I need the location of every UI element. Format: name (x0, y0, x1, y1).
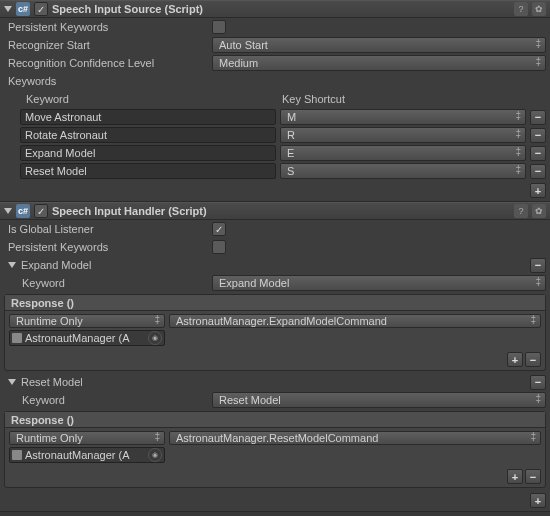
help-icon[interactable]: ? (514, 2, 528, 16)
remove-section-button[interactable]: − (530, 375, 546, 390)
shortcut-dropdown[interactable]: E (280, 145, 526, 161)
object-picker-icon[interactable]: ◉ (148, 448, 162, 462)
component-header[interactable]: c# ✓ Speech Input Source (Script) ? ✿ (0, 0, 550, 18)
gameobject-icon (12, 333, 22, 343)
target-object-field[interactable]: AstronautManager (A ◉ (9, 447, 165, 463)
persistent-keywords-checkbox[interactable] (212, 240, 226, 254)
keyword-row: Reset Model S − (0, 162, 550, 180)
field-label: Keyword (8, 394, 208, 406)
remove-button[interactable]: − (530, 146, 546, 161)
global-listener-row: Is Global Listener ✓ (0, 220, 550, 238)
keywords-footer: + (0, 180, 550, 201)
keyword-row: Rotate Astronaut R − (0, 126, 550, 144)
component-header[interactable]: c# ✓ Speech Input Handler (Script) ? ✿ (0, 202, 550, 220)
speech-input-source-component: c# ✓ Speech Input Source (Script) ? ✿ Pe… (0, 0, 550, 202)
handler-footer: + (0, 490, 550, 511)
keywords-label-row: Keywords (0, 72, 550, 90)
shortcut-dropdown[interactable]: R (280, 127, 526, 143)
settings-icon[interactable]: ✿ (532, 2, 546, 16)
keywords-column-headers: Keyword Key Shortcut (0, 90, 550, 108)
shortcut-dropdown[interactable]: S (280, 163, 526, 179)
section-keyword-row: Keyword Reset Model (0, 391, 550, 409)
field-label: Keyword (8, 277, 208, 289)
callstate-dropdown[interactable]: Runtime Only (9, 431, 165, 445)
keyword-row: Move Astronaut M − (0, 108, 550, 126)
field-label: Persistent Keywords (8, 241, 208, 253)
add-button[interactable]: + (530, 183, 546, 198)
keyword-input[interactable]: Reset Model (20, 163, 276, 179)
add-event-button[interactable]: + (507, 352, 523, 367)
event-footer: + − (5, 349, 545, 370)
callstate-dropdown[interactable]: Runtime Only (9, 314, 165, 328)
keyword-section-header[interactable]: Reset Model − (0, 373, 550, 391)
target-object-field[interactable]: AstronautManager (A ◉ (9, 330, 165, 346)
event-box-header: Response () (5, 295, 545, 311)
keyword-input[interactable]: Move Astronaut (20, 109, 276, 125)
persistent-keywords-row: Persistent Keywords (0, 18, 550, 36)
keyword-input[interactable]: Expand Model (20, 145, 276, 161)
field-label: Recognizer Start (8, 39, 208, 51)
recognizer-start-row: Recognizer Start Auto Start (0, 36, 550, 54)
script-icon: c# (16, 204, 30, 218)
keyword-column-label: Keyword (22, 93, 282, 105)
remove-event-button[interactable]: − (525, 352, 541, 367)
global-listener-checkbox[interactable]: ✓ (212, 222, 226, 236)
remove-section-button[interactable]: − (530, 258, 546, 273)
remove-button[interactable]: − (530, 128, 546, 143)
component-title: Speech Input Source (Script) (52, 3, 510, 15)
keyword-row: Expand Model E − (0, 144, 550, 162)
shortcut-column-label: Key Shortcut (282, 93, 546, 105)
field-label: Is Global Listener (8, 223, 208, 235)
method-dropdown[interactable]: AstronautManager.ExpandModelCommand (169, 314, 541, 328)
field-label: Recognition Confidence Level (8, 57, 208, 69)
enabled-checkbox[interactable]: ✓ (34, 204, 48, 218)
add-section-button[interactable]: + (530, 493, 546, 508)
speech-input-handler-component: c# ✓ Speech Input Handler (Script) ? ✿ I… (0, 202, 550, 512)
object-picker-icon[interactable]: ◉ (148, 331, 162, 345)
settings-icon[interactable]: ✿ (532, 204, 546, 218)
keyword-dropdown[interactable]: Reset Model (212, 392, 546, 408)
confidence-dropdown[interactable]: Medium (212, 55, 546, 71)
remove-event-button[interactable]: − (525, 469, 541, 484)
recognizer-start-dropdown[interactable]: Auto Start (212, 37, 546, 53)
remove-button[interactable]: − (530, 110, 546, 125)
confidence-row: Recognition Confidence Level Medium (0, 54, 550, 72)
remove-button[interactable]: − (530, 164, 546, 179)
event-entry-row: Runtime Only AstronautManager (A ◉ Astro… (5, 428, 545, 466)
script-icon: c# (16, 2, 30, 16)
section-title: Reset Model (21, 376, 525, 388)
event-box-header: Response () (5, 412, 545, 428)
gameobject-icon (12, 450, 22, 460)
component-title: Speech Input Handler (Script) (52, 205, 510, 217)
shortcut-dropdown[interactable]: M (280, 109, 526, 125)
keyword-section-header[interactable]: Expand Model − (0, 256, 550, 274)
field-label: Keywords (8, 75, 208, 87)
foldout-icon[interactable] (8, 262, 16, 268)
section-keyword-row: Keyword Expand Model (0, 274, 550, 292)
keyword-dropdown[interactable]: Expand Model (212, 275, 546, 291)
response-event-box: Response () Runtime Only AstronautManage… (4, 411, 546, 488)
method-dropdown[interactable]: AstronautManager.ResetModelCommand (169, 431, 541, 445)
event-footer: + − (5, 466, 545, 487)
response-event-box: Response () Runtime Only AstronautManage… (4, 294, 546, 371)
event-entry-row: Runtime Only AstronautManager (A ◉ Astro… (5, 311, 545, 349)
foldout-icon[interactable] (4, 208, 12, 214)
enabled-checkbox[interactable]: ✓ (34, 2, 48, 16)
section-title: Expand Model (21, 259, 525, 271)
field-label: Persistent Keywords (8, 21, 208, 33)
foldout-icon[interactable] (8, 379, 16, 385)
help-icon[interactable]: ? (514, 204, 528, 218)
keyword-input[interactable]: Rotate Astronaut (20, 127, 276, 143)
persistent-keywords-row: Persistent Keywords (0, 238, 550, 256)
add-event-button[interactable]: + (507, 469, 523, 484)
persistent-keywords-checkbox[interactable] (212, 20, 226, 34)
foldout-icon[interactable] (4, 6, 12, 12)
